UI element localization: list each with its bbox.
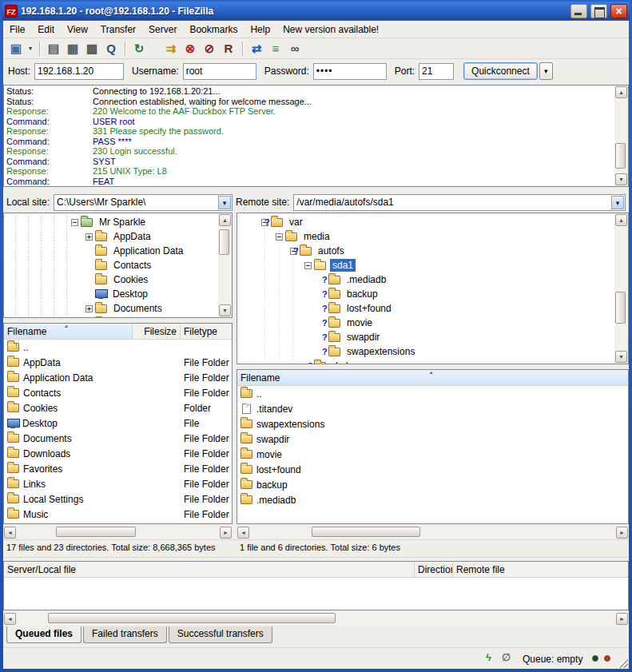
column-header-filename[interactable]: Filename bbox=[4, 324, 133, 339]
tree-item-dvd[interactable]: +dvd bbox=[237, 359, 614, 364]
site-manager-icon-dropdown[interactable]: ▾ bbox=[26, 40, 35, 58]
scroll-down-icon[interactable] bbox=[615, 351, 627, 363]
menu-transfer[interactable]: Transfer bbox=[94, 22, 142, 38]
scroll-down-icon[interactable] bbox=[615, 173, 627, 185]
cancel-operation-icon[interactable]: ⊗ bbox=[181, 40, 200, 58]
synchronized-browsing-icon[interactable]: ≡ bbox=[266, 40, 285, 58]
tree-item-mr-sparkle[interactable]: −Mr Sparkle bbox=[4, 215, 218, 229]
menu-new-version-notice[interactable]: New version available! bbox=[276, 22, 385, 38]
menu-server[interactable]: Server bbox=[142, 22, 183, 38]
remote-tree-scrollbar[interactable] bbox=[614, 213, 628, 364]
file-row-downloads[interactable]: DownloadsFile Folder bbox=[4, 446, 232, 461]
scroll-up-icon[interactable] bbox=[219, 214, 231, 226]
tree-item-downloads[interactable]: +Downloads bbox=[4, 316, 218, 317]
collapse-icon[interactable]: − bbox=[276, 233, 283, 241]
scroll-thumb[interactable] bbox=[615, 143, 626, 169]
scroll-thumb[interactable] bbox=[48, 613, 336, 623]
file-row-cookies[interactable]: CookiesFolder bbox=[4, 400, 232, 416]
scroll-right-icon[interactable] bbox=[616, 613, 628, 625]
collapse-icon[interactable]: − bbox=[71, 219, 78, 226]
local-treeview-toggle-icon[interactable]: ▦ bbox=[63, 40, 82, 58]
menu-bookmarks[interactable]: Bookmarks bbox=[183, 22, 244, 38]
tree-item-autofs[interactable]: −autofs bbox=[237, 244, 614, 258]
log-scrollbar[interactable] bbox=[614, 85, 628, 186]
file-row-local-settings[interactable]: Local SettingsFile Folder bbox=[4, 491, 232, 507]
expand-icon[interactable]: + bbox=[85, 233, 93, 241]
host-input[interactable] bbox=[34, 63, 124, 80]
close-button[interactable] bbox=[610, 4, 627, 18]
queue-hscrollbar[interactable] bbox=[3, 612, 629, 626]
minimize-button[interactable] bbox=[570, 4, 587, 18]
reconnect-icon[interactable]: R bbox=[219, 40, 238, 58]
file-row-contacts[interactable]: ContactsFile Folder bbox=[4, 385, 232, 400]
scroll-right-icon[interactable] bbox=[220, 527, 232, 539]
column-header-filename[interactable]: Filename bbox=[237, 370, 628, 385]
scroll-thumb[interactable] bbox=[219, 229, 229, 255]
column-header-filetype[interactable]: Filetype bbox=[181, 324, 232, 339]
tree-item-swapextensions[interactable]: +swapextensions bbox=[237, 344, 614, 359]
tree-item-documents[interactable]: +Documents bbox=[4, 301, 218, 316]
column-header-remote-file[interactable]: Remote file bbox=[453, 562, 628, 577]
file-row-mediadb[interactable]: .mediadb bbox=[237, 492, 628, 507]
scroll-thumb[interactable] bbox=[615, 292, 626, 324]
file-row-parent-dir[interactable]: .. bbox=[237, 386, 628, 401]
file-row-documents[interactable]: DocumentsFile Folder bbox=[4, 431, 232, 446]
password-input[interactable] bbox=[313, 63, 387, 80]
scroll-left-icon[interactable] bbox=[4, 613, 16, 625]
file-row-application-data[interactable]: Application DataFile Folder bbox=[4, 370, 232, 385]
remote-site-combo[interactable]: /var/media/autofs/sda1 bbox=[293, 194, 626, 211]
quickconnect-button[interactable]: Quickconnect bbox=[463, 62, 538, 80]
tree-item-swapdir[interactable]: +swapdir bbox=[237, 330, 614, 344]
file-row-movie[interactable]: movie bbox=[237, 447, 628, 462]
scroll-left-icon[interactable] bbox=[4, 527, 16, 539]
menu-edit[interactable]: Edit bbox=[31, 22, 61, 38]
refresh-icon[interactable]: ↻ bbox=[129, 40, 149, 58]
port-input[interactable] bbox=[419, 63, 454, 80]
remote-treeview-toggle-icon[interactable]: ▩ bbox=[82, 40, 101, 58]
remote-list-hscrollbar[interactable] bbox=[237, 526, 629, 539]
file-row-links[interactable]: LinksFile Folder bbox=[4, 476, 232, 491]
resize-grip[interactable] bbox=[618, 658, 628, 668]
file-row-backup[interactable]: backup bbox=[237, 477, 628, 492]
file-row-music[interactable]: MusicFile Folder bbox=[4, 507, 232, 522]
menu-file[interactable]: File bbox=[3, 22, 31, 38]
file-row-swapdir[interactable]: swapdir bbox=[237, 431, 628, 447]
collapse-icon[interactable]: − bbox=[304, 262, 312, 269]
tree-item-var[interactable]: −var bbox=[237, 215, 614, 229]
tree-item-mediadb[interactable]: +.mediadb bbox=[237, 272, 614, 287]
combo-dropdown-icon[interactable] bbox=[611, 196, 624, 209]
tab-failed-transfers[interactable]: Failed transfers bbox=[83, 626, 167, 643]
file-row-swapextensions[interactable]: swapextensions bbox=[237, 416, 628, 431]
tab-queued-files[interactable]: Queued files bbox=[6, 626, 81, 643]
scroll-thumb[interactable] bbox=[56, 527, 136, 537]
column-header-direction[interactable]: Direction bbox=[415, 562, 453, 577]
tree-item-movie[interactable]: +movie bbox=[237, 316, 614, 330]
file-row-parent-dir[interactable]: .. bbox=[4, 340, 232, 355]
tree-item-cookies[interactable]: +Cookies bbox=[4, 272, 218, 287]
process-queue-icon[interactable]: ⇉ bbox=[161, 40, 181, 58]
local-tree-scrollbar[interactable] bbox=[218, 213, 232, 317]
local-site-combo[interactable]: C:\Users\Mr Sparkle\ bbox=[54, 194, 233, 211]
tab-successful-transfers[interactable]: Successful transfers bbox=[169, 626, 272, 643]
titlebar[interactable]: FZ 192.168.1.20 - root@192.168.1.20 - Fi… bbox=[2, 2, 630, 20]
tree-item-appdata[interactable]: +AppData bbox=[4, 229, 218, 244]
tree-item-application-data[interactable]: +Application Data bbox=[4, 244, 218, 258]
menu-view[interactable]: View bbox=[61, 22, 94, 38]
scroll-down-icon[interactable] bbox=[219, 304, 231, 316]
scroll-left-icon[interactable] bbox=[237, 527, 249, 539]
tree-item-contacts[interactable]: +Contacts bbox=[4, 258, 218, 272]
expand-icon[interactable]: + bbox=[85, 305, 93, 312]
scroll-right-icon[interactable] bbox=[616, 527, 628, 539]
disconnect-icon[interactable]: ⊘ bbox=[200, 40, 219, 58]
scroll-thumb[interactable] bbox=[312, 527, 420, 537]
directory-comparison-icon[interactable]: ⇄ bbox=[247, 40, 266, 58]
menu-help[interactable]: Help bbox=[244, 22, 276, 38]
file-row-desktop[interactable]: DesktopFile bbox=[4, 416, 232, 431]
tree-item-media[interactable]: −media bbox=[237, 229, 614, 244]
filter-icon[interactable]: ∅ bbox=[502, 651, 511, 663]
file-row-appdata[interactable]: AppDataFile Folder bbox=[4, 355, 232, 370]
file-row-lost-found[interactable]: lost+found bbox=[237, 462, 628, 477]
speed-limit-icon[interactable]: ϟ bbox=[486, 651, 491, 663]
transfer-queue-toggle-icon[interactable]: Q bbox=[101, 40, 121, 58]
tree-item-backup[interactable]: +backup bbox=[237, 287, 614, 301]
